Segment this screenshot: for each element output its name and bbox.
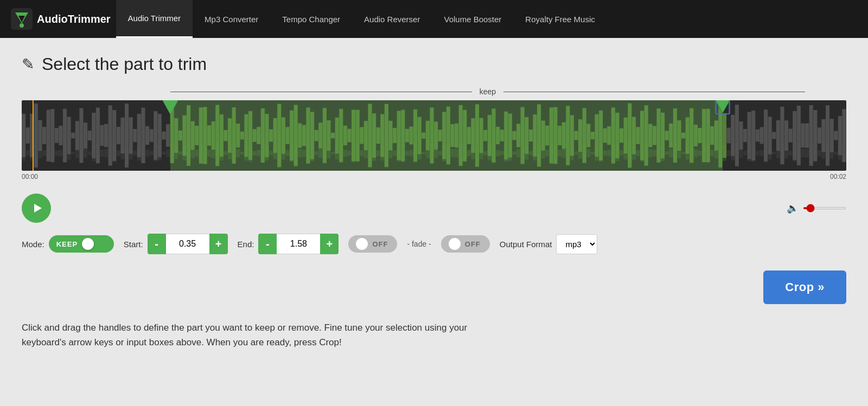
svg-rect-351	[735, 143, 739, 164]
svg-rect-363	[760, 150, 763, 156]
svg-rect-401	[838, 146, 842, 160]
svg-point-3	[20, 23, 24, 28]
logo-icon	[11, 8, 33, 30]
waveform[interactable]	[22, 100, 846, 171]
mode-group: Mode: KEEP	[22, 235, 114, 253]
svg-rect-398	[834, 131, 838, 140]
svg-rect-385	[805, 149, 809, 158]
svg-rect-58	[133, 129, 137, 142]
svg-rect-377	[789, 151, 793, 156]
svg-rect-397	[830, 147, 834, 159]
svg-rect-35	[84, 149, 87, 158]
svg-rect-55	[125, 142, 129, 164]
nav-tempo-changer[interactable]: Tempo Changer	[270, 0, 352, 38]
start-label: Start:	[124, 240, 143, 249]
controls-row: 🔈	[22, 194, 846, 223]
nav-volume-booster[interactable]: Volume Booster	[432, 0, 513, 38]
toggle-knob	[82, 238, 94, 250]
time-end: 00:02	[830, 173, 846, 181]
keep-line-right	[503, 92, 805, 92]
right-handle[interactable]	[714, 100, 731, 117]
svg-rect-360	[756, 130, 760, 141]
svg-rect-69	[154, 145, 157, 162]
svg-rect-392	[821, 119, 825, 152]
svg-rect-53	[120, 147, 124, 159]
fade-out-state: OFF	[465, 240, 481, 248]
nav-mp3-converter[interactable]: Mp3 Converter	[193, 0, 270, 38]
svg-rect-395	[826, 143, 829, 164]
svg-rect-383	[801, 149, 805, 158]
start-group: Start: - +	[124, 234, 228, 254]
svg-rect-11	[34, 142, 38, 164]
svg-rect-65	[145, 150, 149, 156]
end-plus-button[interactable]: +	[320, 234, 339, 254]
svg-rect-19	[50, 144, 54, 162]
svg-marker-405	[163, 100, 177, 114]
svg-rect-41	[96, 143, 100, 163]
nav-royalty-free-music[interactable]: Royalty Free Music	[513, 0, 607, 38]
svg-rect-63	[141, 144, 145, 163]
svg-rect-51	[117, 150, 120, 156]
svg-rect-357	[748, 145, 751, 161]
svg-rect-382	[801, 124, 805, 148]
svg-rect-365	[764, 144, 768, 162]
svg-rect-47	[108, 143, 112, 164]
fade-separator: - fade -	[407, 240, 431, 248]
svg-rect-376	[789, 129, 793, 143]
options-row: Mode: KEEP Start: - + End: - +	[22, 234, 846, 254]
svg-rect-361	[756, 151, 760, 156]
svg-marker-408	[716, 100, 729, 112]
logo[interactable]: AudioTrimmer	[11, 8, 111, 30]
time-labels: 00:00 00:02	[22, 171, 846, 183]
keep-label: keep	[472, 87, 503, 96]
end-label: End:	[238, 240, 254, 249]
svg-rect-381	[797, 143, 801, 163]
crop-button[interactable]: Crop »	[763, 270, 846, 304]
mode-label: Mode:	[22, 240, 44, 249]
waveform-container: keep	[22, 85, 846, 183]
svg-rect-346	[727, 128, 731, 144]
end-input[interactable]	[277, 234, 320, 254]
play-button[interactable]	[22, 194, 51, 223]
svg-rect-347	[727, 150, 731, 156]
nav-audio-reverser[interactable]: Audio Reverser	[352, 0, 432, 38]
svg-rect-370	[776, 120, 780, 151]
left-handle[interactable]	[162, 100, 178, 117]
svg-rect-75	[166, 149, 170, 157]
svg-rect-73	[162, 152, 165, 154]
svg-rect-42	[100, 125, 104, 146]
svg-rect-64	[145, 126, 149, 145]
svg-rect-17	[47, 144, 50, 162]
svg-rect-7	[26, 150, 30, 156]
svg-rect-352	[739, 121, 743, 150]
start-minus-button[interactable]: -	[148, 234, 166, 254]
output-label: Output Format	[500, 240, 552, 249]
nav-audio-trimmer[interactable]: Audio Trimmer	[116, 0, 193, 38]
svg-rect-384	[805, 123, 809, 147]
fade-out-knob	[449, 238, 461, 250]
fade-in-toggle[interactable]: OFF	[348, 235, 397, 253]
svg-rect-22	[59, 126, 62, 145]
end-minus-button[interactable]: -	[258, 234, 277, 254]
format-select[interactable]: mp3 wav ogg m4a	[556, 234, 597, 254]
svg-rect-353	[739, 148, 743, 158]
volume-slider[interactable]	[803, 207, 846, 209]
svg-rect-12	[38, 120, 42, 151]
selection-overlay	[170, 100, 723, 171]
fade-in-state: OFF	[372, 240, 388, 248]
svg-rect-31	[75, 148, 79, 158]
mode-toggle[interactable]: KEEP	[49, 235, 114, 253]
playhead	[33, 100, 34, 171]
svg-rect-36	[88, 131, 92, 140]
svg-rect-43	[100, 150, 104, 157]
logo-text: AudioTrimmer	[37, 13, 111, 25]
svg-rect-13	[38, 148, 42, 159]
svg-rect-368	[772, 132, 776, 139]
start-plus-button[interactable]: +	[209, 234, 228, 254]
start-input[interactable]	[166, 234, 209, 254]
svg-rect-74	[166, 124, 170, 147]
fade-out-toggle[interactable]: OFF	[441, 235, 490, 253]
svg-rect-30	[75, 121, 79, 150]
svg-rect-354	[743, 129, 747, 142]
end-group: End: - +	[238, 234, 339, 254]
